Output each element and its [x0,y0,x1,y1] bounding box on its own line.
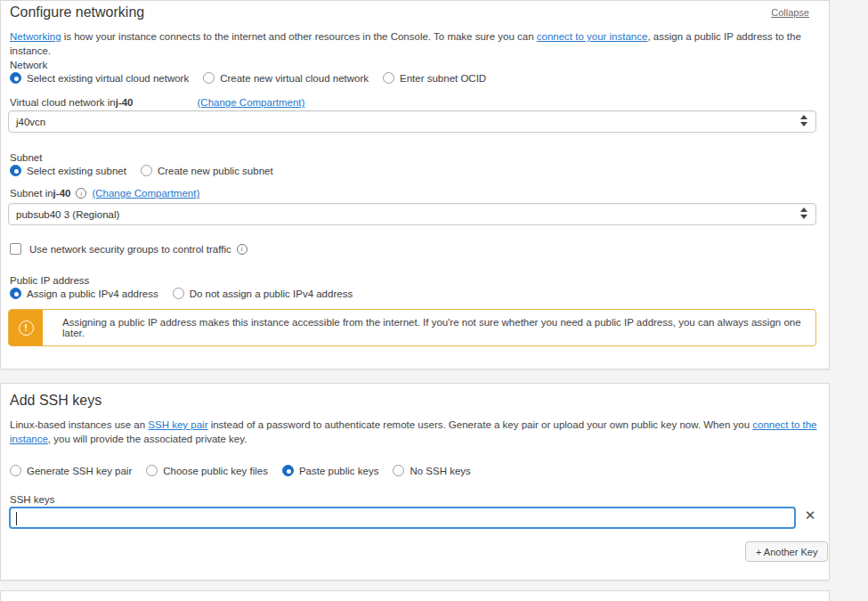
radio-select-existing-vcn[interactable]: Select existing virtual cloud network [10,72,189,84]
networking-intro: Networking is how your instance connects… [10,29,818,58]
radio-create-new-vcn[interactable]: Create new virtual cloud network [203,72,369,84]
radio-icon[interactable] [141,165,152,176]
ssh-key-input-wrap [9,507,796,529]
info-icon[interactable]: i [76,188,86,199]
radio-icon[interactable] [10,465,21,476]
configure-networking-card: Configure networking Collapse Networking… [0,0,830,370]
remove-key-icon[interactable]: ✕ [803,508,817,523]
chevron-updown-icon [800,115,807,126]
radio-icon[interactable] [173,288,184,299]
collapse-link[interactable]: Collapse [771,7,809,18]
add-ssh-keys-card: Add SSH keys Linux-based instances use a… [0,383,830,581]
radio-paste-public-keys[interactable]: Paste public keys [282,465,379,476]
radio-icon[interactable] [383,72,394,84]
radio-no-public-ipv4[interactable]: Do not assign a public IPv4 address [173,288,353,299]
nsg-checkbox[interactable] [10,243,21,255]
warning-text: Assigning a public IP address makes this… [43,310,815,345]
connect-to-instance-link[interactable]: connect to your instance [537,31,648,42]
compartment-name: j-40 [116,97,134,108]
public-ip-radio-group: Assign a public IPv4 address Do not assi… [10,288,367,299]
radio-icon[interactable] [393,465,404,476]
radio-select-existing-subnet[interactable]: Select existing subnet [10,165,126,176]
another-key-button[interactable]: + Another Key [745,541,828,562]
radio-icon[interactable] [10,72,21,84]
radio-icon[interactable] [10,288,21,299]
ssh-keys-label: SSH keys [10,494,55,505]
radio-icon[interactable] [146,465,158,476]
radio-no-ssh-keys[interactable]: No SSH keys [393,465,470,476]
network-radio-group: Select existing virtual cloud network Cr… [10,72,500,84]
radio-generate-ssh-key-pair[interactable]: Generate SSH key pair [10,465,132,476]
text-caret [16,512,17,525]
radio-icon[interactable] [282,465,294,476]
change-compartment-link[interactable]: (Change Compartment) [198,97,305,108]
subnet-select[interactable]: pubsub40 3 (Regional) [8,203,816,225]
compartment-name: j-40 [53,188,71,199]
ssh-key-pair-link[interactable]: SSH key pair [148,419,207,430]
chevron-updown-icon [800,207,807,219]
next-section-card [0,590,830,601]
vcn-field-label: Virtual cloud network in j-40 (Change Co… [10,97,304,108]
radio-icon[interactable] [203,72,215,84]
ssh-mode-radio-group: Generate SSH key pair Choose public key … [10,465,485,476]
public-ip-group-label: Public IP address [10,275,89,286]
networking-link[interactable]: Networking [10,31,61,42]
warning-icon-block: ! [9,310,43,345]
warning-icon: ! [19,321,34,336]
nsg-checkbox-row: Use network security groups to control t… [10,243,253,255]
subnet-group-label: Subnet [10,152,42,163]
ssh-intro: Linux-based instances use an SSH key pai… [10,418,818,446]
radio-choose-public-key-files[interactable]: Choose public key files [146,465,268,476]
subnet-radio-group: Select existing subnet Create new public… [10,165,288,176]
radio-icon[interactable] [10,165,21,176]
radio-create-new-public-subnet[interactable]: Create new public subnet [141,165,273,176]
public-ip-warning-banner: ! Assigning a public IP address makes th… [8,309,816,346]
info-icon[interactable]: i [237,244,247,255]
radio-assign-public-ipv4[interactable]: Assign a public IPv4 address [10,288,158,299]
page-title: Configure networking [10,4,144,20]
ssh-card-title: Add SSH keys [10,393,101,409]
change-compartment-link[interactable]: (Change Compartment) [92,188,199,199]
vcn-select[interactable]: j40vcn [8,110,816,133]
network-group-label: Network [10,60,47,70]
ssh-key-input[interactable] [18,508,783,527]
subnet-field-label: Subnet in j-40 i (Change Compartment) [10,188,199,199]
radio-enter-subnet-ocid[interactable]: Enter subnet OCID [383,72,486,84]
